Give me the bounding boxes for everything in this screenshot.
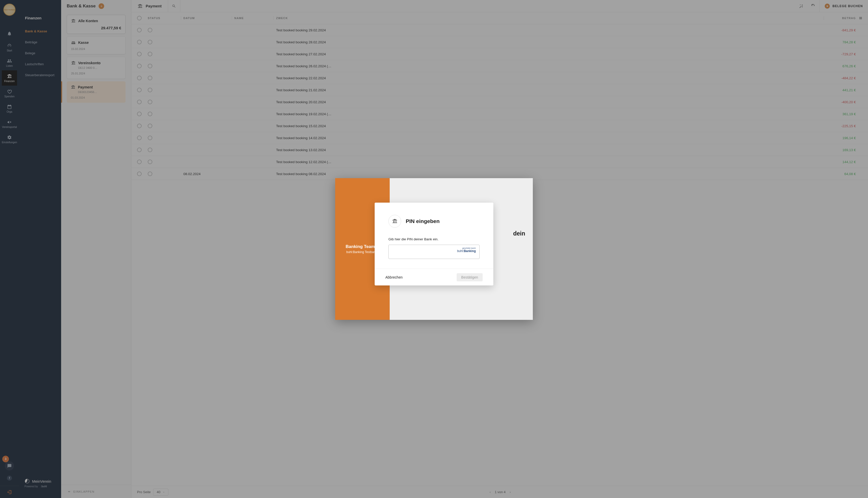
pin-cancel-button[interactable]: Abbrechen [385,275,403,279]
pin-brand: geschützt durch buhl:Banking [457,247,476,253]
pin-confirm-button[interactable]: Bestätigen [457,273,483,281]
pin-description: Gib hier die PIN deiner Bank ein. [389,237,479,241]
bank-icon [392,219,397,224]
pin-modal: PIN eingeben Gib hier die PIN deiner Ban… [375,202,493,286]
pin-bank-icon-circle [389,215,401,227]
modal-overlay: Banking Team… buhl:Banking Testban… dein… [0,0,868,498]
banking-right-peek-text: dein [513,230,525,237]
pin-title: PIN eingeben [406,218,439,224]
